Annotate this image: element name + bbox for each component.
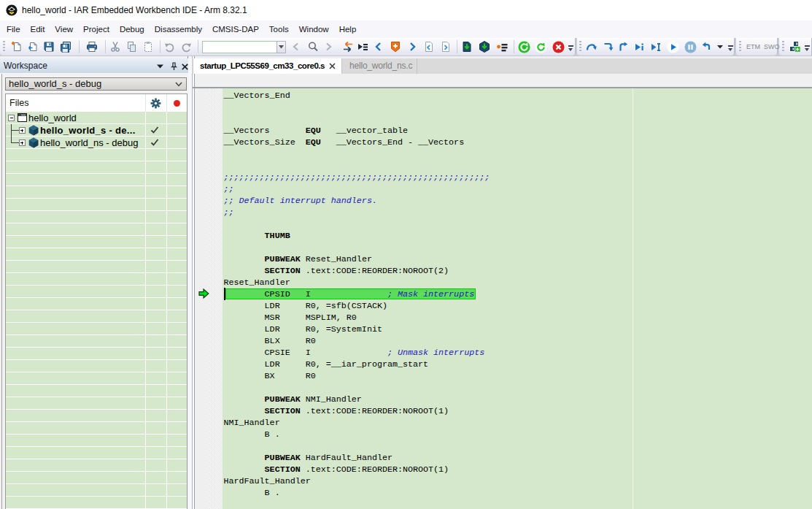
tree-row-hello-world-s[interactable]: hello_world_s - de... bbox=[6, 124, 187, 137]
toolbar-overflow-icon[interactable] bbox=[727, 45, 734, 52]
expand-expander-icon[interactable] bbox=[19, 127, 26, 134]
toolbar: ETM SWO bbox=[0, 38, 812, 56]
etm-button[interactable]: ETM bbox=[746, 41, 760, 53]
tab-startup-file[interactable]: startup_LPC55S69_cm33_core0.s bbox=[193, 58, 342, 74]
download-button[interactable] bbox=[460, 40, 473, 53]
restart-button[interactable] bbox=[534, 40, 547, 53]
menu-file[interactable]: File bbox=[1, 20, 26, 38]
code-line: __Vectors_End bbox=[223, 90, 812, 102]
step-into-button[interactable] bbox=[602, 40, 615, 53]
stop-debug-button[interactable] bbox=[552, 40, 565, 53]
code-line: SECTION .text:CODE:REORDER:NOROOT(1) bbox=[223, 405, 812, 417]
toolbar-overflow-icon[interactable] bbox=[568, 45, 574, 52]
debug-without-download-button[interactable] bbox=[495, 40, 509, 53]
stop-debug-icon bbox=[552, 41, 565, 53]
tree-item-label[interactable]: hello_world_s - de... bbox=[40, 125, 136, 137]
tab-label: hello_world_ns.c bbox=[349, 58, 412, 74]
workspace-panel-header[interactable]: Workspace bbox=[0, 58, 188, 74]
settings-gear-icon[interactable] bbox=[150, 98, 161, 109]
step-out-button[interactable] bbox=[617, 40, 630, 53]
break-button[interactable] bbox=[684, 40, 697, 53]
pin-panel-button[interactable] bbox=[169, 61, 179, 72]
reset-target-button[interactable] bbox=[699, 40, 712, 53]
expand-expander-icon[interactable] bbox=[19, 139, 26, 146]
tree-item-label[interactable]: hello_world bbox=[28, 112, 77, 124]
find-icon bbox=[307, 41, 319, 53]
copy-button[interactable] bbox=[124, 40, 137, 53]
menu-project[interactable]: Project bbox=[78, 20, 115, 38]
print-button[interactable] bbox=[85, 40, 98, 53]
toolbar-grip[interactable] bbox=[3, 41, 5, 53]
previous-document-button[interactable] bbox=[422, 40, 436, 53]
reset-button[interactable] bbox=[517, 40, 530, 53]
next-statement-button[interactable] bbox=[633, 40, 646, 53]
swo-button[interactable]: SWO bbox=[764, 41, 780, 53]
navigate-back-icon bbox=[373, 41, 384, 53]
run-to-cursor-button[interactable] bbox=[649, 40, 662, 53]
menu-window[interactable]: Window bbox=[294, 20, 334, 38]
menu-edit[interactable]: Edit bbox=[26, 20, 50, 38]
tree-row-hello-world[interactable]: hello_world bbox=[6, 112, 187, 124]
new-document-button[interactable] bbox=[10, 40, 23, 53]
break-icon bbox=[684, 41, 697, 53]
code-line: THUMB bbox=[223, 230, 812, 242]
chevron-down-icon bbox=[717, 45, 723, 49]
search-input[interactable] bbox=[202, 41, 277, 53]
tab-label: startup_LPC55S69_cm33_core0.s bbox=[200, 58, 325, 74]
tree-item-label[interactable]: hello_world_ns - debug bbox=[40, 137, 138, 149]
toolbar-grip[interactable] bbox=[782, 41, 784, 53]
search-dropdown-button[interactable] bbox=[277, 41, 286, 53]
save-all-button[interactable] bbox=[59, 40, 72, 53]
breakpoint-dot-icon[interactable] bbox=[174, 100, 180, 107]
toolbar-separator bbox=[457, 40, 457, 53]
execution-pointer-icon bbox=[198, 288, 209, 299]
panel-menu-button[interactable] bbox=[155, 61, 165, 72]
toolbar-overflow-icon[interactable] bbox=[804, 45, 811, 52]
cut-button[interactable] bbox=[109, 40, 122, 53]
code-line: SECTION .text:CODE:REORDER:NOROOT(2) bbox=[223, 265, 812, 277]
menu-help[interactable]: Help bbox=[334, 20, 362, 38]
code-line: PUBWEAK HardFault_Handler bbox=[223, 452, 812, 464]
debug-more-dropdown[interactable] bbox=[715, 40, 725, 53]
open-document-icon bbox=[27, 41, 39, 53]
paste-button[interactable] bbox=[142, 40, 155, 53]
collapse-expander-icon[interactable] bbox=[8, 115, 15, 121]
close-tab-icon[interactable] bbox=[329, 63, 336, 69]
code-line: PUBWEAK NMI_Handler bbox=[223, 394, 812, 405]
step-over-button[interactable] bbox=[585, 40, 598, 53]
navigate-back-button[interactable] bbox=[372, 40, 385, 53]
code-editor[interactable]: __Vectors_End__Vectors EQU __vector_tabl… bbox=[223, 88, 812, 509]
find-next-button[interactable] bbox=[322, 40, 335, 53]
save-button[interactable] bbox=[42, 40, 55, 53]
download-and-debug-icon bbox=[479, 41, 490, 53]
download-and-debug-button[interactable] bbox=[478, 40, 491, 53]
code-line: ;;;;;;;;;;;;;;;;;;;;;;;;;;;;;;;;;;;;;;;;… bbox=[223, 172, 812, 183]
menu-disassembly[interactable]: Disassembly bbox=[150, 20, 207, 38]
toolbar-separator bbox=[105, 40, 106, 53]
menu-cmsis-dap[interactable]: CMSIS-DAP bbox=[207, 20, 264, 38]
menu-view[interactable]: View bbox=[50, 20, 78, 38]
tab-hello-world-ns[interactable]: hello_world_ns.c bbox=[342, 58, 417, 74]
menu-debug[interactable]: Debug bbox=[115, 20, 150, 38]
toolbar-grip[interactable] bbox=[579, 41, 581, 53]
files-table-header: Files bbox=[6, 94, 187, 112]
cut-icon bbox=[109, 41, 121, 53]
build-configuration-select[interactable]: hello_world_s - debug bbox=[5, 77, 187, 91]
find-button[interactable] bbox=[306, 40, 320, 53]
code-line: CPSIE I ; Unmask interrupts bbox=[223, 347, 812, 359]
trace-blocks-button[interactable] bbox=[788, 40, 801, 53]
tree-row-hello-world-ns[interactable]: hello_world_ns - debug bbox=[6, 137, 187, 149]
redo-button[interactable] bbox=[179, 40, 193, 53]
navigate-forward-button[interactable] bbox=[406, 40, 419, 53]
undo-button[interactable] bbox=[163, 40, 177, 53]
find-previous-button[interactable] bbox=[290, 40, 303, 53]
toolbar-grip[interactable] bbox=[739, 41, 741, 53]
editor-gutter[interactable] bbox=[195, 88, 223, 509]
goto-list-button[interactable] bbox=[356, 40, 369, 53]
open-document-button[interactable] bbox=[26, 40, 39, 53]
menu-tools[interactable]: Tools bbox=[264, 20, 294, 38]
bookmark-button[interactable] bbox=[389, 40, 402, 53]
toggle-source-button[interactable] bbox=[341, 40, 355, 53]
go-button[interactable] bbox=[666, 40, 679, 53]
next-document-button[interactable] bbox=[439, 40, 452, 53]
